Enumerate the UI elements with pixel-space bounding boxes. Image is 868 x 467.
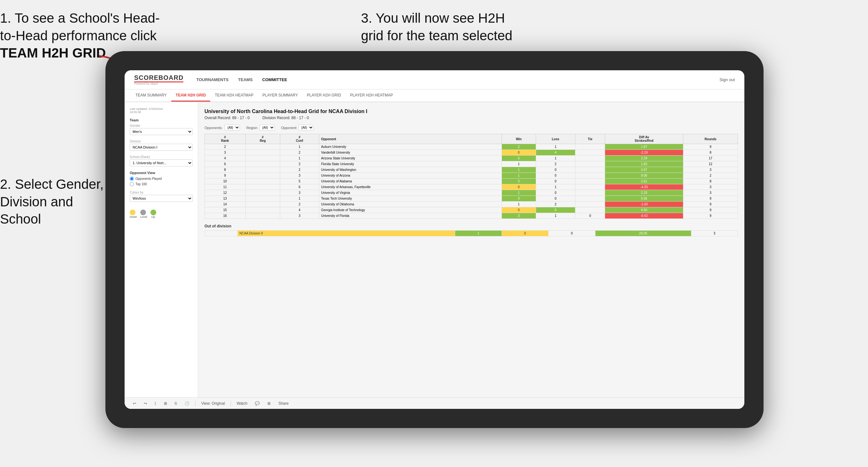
col-rank: # Rank	[205, 134, 246, 144]
ood-loss: 0	[502, 230, 548, 237]
filter-opponent: Opponent (All)	[281, 125, 314, 131]
gender-label: Gender	[130, 124, 193, 127]
table-row: 8 2 University of Washington 1 0 3.67 3	[205, 167, 738, 173]
main-nav: TOURNAMENTS TEAMS COMMITTEE	[196, 77, 287, 82]
table-row: 15 4 Georgia Institute of Technology 0 5…	[205, 207, 738, 213]
col-diff: Diff Av Strokes/Rnd	[605, 134, 683, 144]
table-row: 16 3 University of Florida 3 1 0 -6.42 9	[205, 213, 738, 219]
view-original[interactable]: View: Original	[199, 401, 227, 406]
sub-nav-team-summary[interactable]: TEAM SUMMARY	[131, 89, 171, 101]
table-row: 12 3 University of Virginia 1 0 2.33 3	[205, 190, 738, 196]
filter-opponents: Opponents: (All)	[205, 125, 240, 131]
col-opponent: Opponent	[319, 134, 502, 144]
opponent-view-group: Opponents Played Top 100	[130, 177, 193, 186]
forward-btn[interactable]: ⟩	[153, 401, 158, 406]
annotation-3: 3. You will now see H2Hgrid for the team…	[361, 9, 553, 44]
ood-rounds: 3	[691, 230, 738, 237]
h2h-table: # Rank # Reg # Conf Opponent Win Loss Ti…	[205, 134, 738, 219]
table-row: 10 5 University of Alabama 3 0 2.61 8	[205, 179, 738, 184]
col-win: Win	[502, 134, 536, 144]
team-label: Team	[130, 118, 193, 122]
sidebar: Last Updated: 27/03/2024 16:55:38 Team G…	[125, 102, 198, 397]
sub-nav-team-h2h-grid[interactable]: TEAM H2H GRID	[171, 89, 211, 101]
sign-out-button[interactable]: Sign out	[719, 77, 735, 82]
colour-by-select[interactable]: Win/loss	[130, 195, 193, 202]
tablet-screen: SCOREBOARD Powered by clippd TOURNAMENTS…	[125, 70, 744, 409]
redo-btn[interactable]: ↪	[142, 401, 149, 406]
col-conf: # Conf	[280, 134, 319, 144]
paste-btn[interactable]: ⎘	[173, 401, 179, 406]
col-reg: # Reg	[245, 134, 280, 144]
grid-title: University of North Carolina Head-to-Hea…	[205, 108, 738, 114]
logo: SCOREBOARD Powered by clippd	[134, 74, 183, 85]
tablet-frame: SCOREBOARD Powered by clippd TOURNAMENTS…	[105, 51, 764, 428]
sub-nav-player-h2h-heatmap[interactable]: PLAYER H2H HEATMAP	[346, 89, 397, 101]
division-select[interactable]: NCAA Division I	[130, 144, 193, 151]
opponents-filter[interactable]: (All)	[225, 125, 240, 131]
toolbar-divider-1	[195, 401, 195, 406]
nav-teams[interactable]: TEAMS	[238, 77, 253, 82]
division-label: Division	[130, 139, 193, 143]
table-row: 4 1 Arizona State University 5 1 2.29 17	[205, 156, 738, 161]
grid-btn[interactable]: ⊞	[266, 401, 273, 406]
ood-division: NCAA Division II	[237, 230, 455, 237]
radio-top-100[interactable]: Top 100	[130, 182, 193, 186]
main-content: Last Updated: 27/03/2024 16:55:38 Team G…	[125, 102, 744, 397]
ood-win: 1	[455, 230, 502, 237]
col-loss: Loss	[536, 134, 576, 144]
radio-opponents-played[interactable]: Opponents Played	[130, 177, 193, 181]
toolbar: ↩ ↪ ⟩ ⊞ ⎘ 🕐 View: Original Watch 💬 ⊞ Sha…	[125, 397, 744, 409]
out-of-division-label: Out of division	[205, 224, 738, 228]
ood-tie: 0	[549, 230, 595, 237]
sub-nav-player-summary[interactable]: PLAYER SUMMARY	[258, 89, 303, 101]
table-row: 9 3 University of Arizona 1 0 9.00 2	[205, 173, 738, 179]
colour-by-label: Colour by	[130, 191, 193, 194]
gender-select[interactable]: Men's	[130, 128, 193, 135]
comment-btn[interactable]: 💬	[253, 401, 261, 406]
out-of-division-table: NCAA Division II 1 0 0 26.00 3	[205, 230, 738, 237]
table-row: 13 1 Texas Tech University 3 0 5.56 9	[205, 196, 738, 201]
timestamp: Last Updated: 27/03/2024 16:55:38	[130, 107, 193, 114]
table-row: 6 2 Florida State University 1 2 1.83 12	[205, 161, 738, 167]
share-btn[interactable]: Share	[276, 401, 290, 406]
nav-tournaments[interactable]: TOURNAMENTS	[196, 77, 228, 82]
filter-row: Opponents: (All) Region (All) Opponent (…	[205, 125, 738, 131]
table-row: 2 1 Auburn University 2 1 1.67 9	[205, 144, 738, 150]
school-label: School (Rank)	[130, 155, 193, 159]
opponent-view-label: Opponent View	[130, 171, 193, 175]
watch-btn[interactable]: Watch	[235, 401, 249, 406]
grid-records: Overall Record: 89 - 17 - 0 Division Rec…	[205, 116, 738, 120]
school-select[interactable]: 1. University of Nort...	[130, 159, 193, 166]
app-header: SCOREBOARD Powered by clippd TOURNAMENTS…	[125, 70, 744, 89]
region-filter[interactable]: (All)	[259, 125, 275, 131]
grid-area: University of North Carolina Head-to-Hea…	[198, 102, 744, 397]
sub-nav-player-h2h-grid[interactable]: PLAYER H2H GRID	[303, 89, 346, 101]
opponent-filter[interactable]: (All)	[299, 125, 314, 131]
col-tie: Tie	[576, 134, 605, 144]
table-row: 11 6 University of Arkansas, Fayettevill…	[205, 184, 738, 190]
clock-btn[interactable]: 🕐	[183, 401, 191, 406]
sub-nav: TEAM SUMMARY TEAM H2H GRID TEAM H2H HEAT…	[125, 89, 744, 102]
col-rounds: Rounds	[683, 134, 738, 144]
ood-diff: 26.00	[595, 230, 691, 237]
color-legend: Down Level Up	[130, 210, 193, 218]
filter-region: Region (All)	[246, 125, 275, 131]
table-row: 14 2 University of Oklahoma 1 2 -1.00 9	[205, 201, 738, 207]
undo-btn[interactable]: ↩	[131, 401, 138, 406]
nav-committee[interactable]: COMMITTEE	[262, 77, 287, 82]
table-row: 3 2 Vanderbilt University 0 4 -2.29 8	[205, 150, 738, 156]
sub-nav-team-h2h-heatmap[interactable]: TEAM H2H HEATMAP	[210, 89, 258, 101]
copy-btn[interactable]: ⊞	[162, 401, 169, 406]
